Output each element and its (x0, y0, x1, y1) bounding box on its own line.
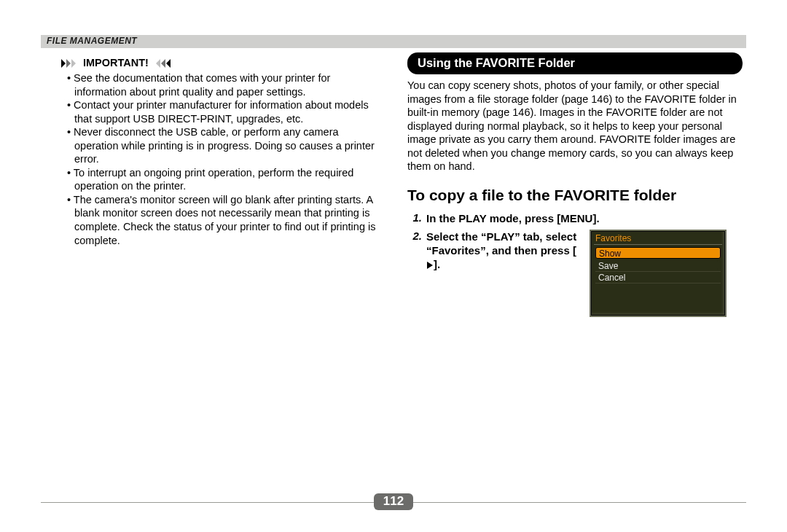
camera-menu-item: Save (595, 260, 721, 272)
svg-marker-6 (427, 262, 433, 269)
important-list: See the documentation that comes with yo… (41, 71, 380, 247)
step-row: 1. In the PLAY mode, press [MENU]. (407, 211, 746, 225)
camera-menu-divider (594, 244, 722, 245)
camera-menu-item: Cancel (595, 272, 721, 283)
svg-marker-5 (156, 59, 160, 68)
step-text: In the PLAY mode, press [MENU]. (426, 211, 600, 225)
step-text-part: ]. (434, 258, 440, 270)
important-item: Contact your printer manufacturer for in… (74, 98, 380, 125)
step-with-figure: Select the “PLAY” tab, select “Favorites… (426, 230, 727, 317)
important-item: Never disconnect the USB cable, or perfo… (74, 125, 380, 166)
svg-marker-4 (161, 59, 165, 68)
right-triangle-icon (426, 258, 434, 272)
important-item: See the documentation that comes with yo… (74, 71, 380, 98)
step-number: 2. (407, 230, 422, 242)
svg-marker-3 (166, 59, 171, 68)
section-title-pill: Using the FAVORITE Folder (407, 52, 743, 74)
camera-menu-title: Favorites (595, 233, 631, 243)
step-text-part: Select the “PLAY” tab, select “Favorites… (426, 230, 576, 257)
step-number: 1. (407, 211, 422, 224)
important-heading-text: IMPORTANT! (83, 57, 149, 69)
important-heading: IMPORTANT! (58, 57, 380, 69)
section-body: You can copy scenery shots, photos of yo… (407, 79, 746, 173)
page-number-badge: 112 (374, 493, 413, 510)
camera-menu-screenshot: Favorites Show Save Cancel (590, 230, 727, 317)
svg-marker-1 (66, 59, 71, 68)
breadcrumb: File Management (47, 36, 137, 46)
step-row: 2. Select the “PLAY” tab, select “Favori… (407, 230, 746, 317)
step-text: Select the “PLAY” tab, select “Favorites… (426, 230, 579, 273)
camera-menu-item-selected: Show (595, 247, 721, 259)
manual-page: File Management IMPORTANT! See the docum… (0, 0, 787, 532)
breadcrumb-bar: File Management (41, 35, 746, 48)
important-item: To interrupt an ongoing print operation,… (74, 166, 380, 193)
left-column: IMPORTANT! See the documentation that co… (41, 52, 380, 491)
chevron-right-group-icon (61, 59, 80, 68)
svg-marker-0 (61, 59, 66, 68)
right-column: Using the FAVORITE Folder You can copy s… (407, 52, 746, 491)
important-item: The camera's monitor screen will go blan… (74, 193, 380, 247)
chevron-left-group-icon (152, 59, 171, 68)
svg-marker-2 (71, 59, 76, 68)
content-columns: IMPORTANT! See the documentation that co… (41, 52, 746, 491)
procedure-heading: To copy a file to the FAVORITE folder (407, 187, 746, 204)
